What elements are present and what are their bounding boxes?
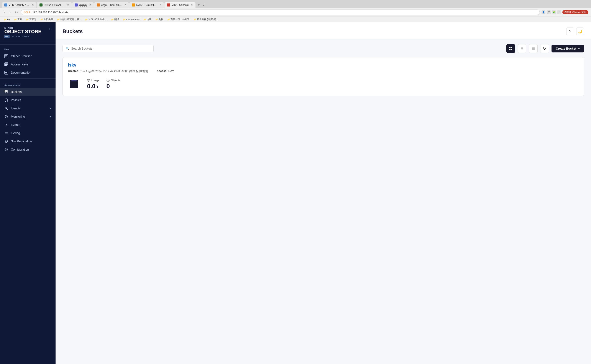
- sidebar-item-buckets[interactable]: Buckets: [0, 88, 55, 96]
- bucket-icon: [68, 78, 80, 91]
- forward-button[interactable]: ›: [8, 10, 12, 15]
- admin-section-label: Administrator: [0, 80, 55, 88]
- create-bucket-button[interactable]: Create Bucket +: [551, 45, 584, 52]
- header-actions: ? 🌙: [566, 27, 584, 35]
- main-header: Buckets ? 🌙: [55, 22, 591, 39]
- chrome-update-btn[interactable]: 有新版 Chrome 可用: [562, 10, 588, 14]
- sidebar-item-label: Buckets: [11, 90, 51, 94]
- svg-point-15: [5, 91, 8, 92]
- tab-favicon: [132, 3, 135, 6]
- bucket-created-label: Created:: [68, 69, 79, 73]
- bookmark-shop[interactable]: 📁购物: [154, 17, 165, 21]
- tab-argo[interactable]: Argo Tunnel error | n... ✕: [94, 2, 129, 8]
- tab-close-btn[interactable]: ✕: [67, 3, 69, 6]
- sidebar-logo: MINIO OBJECT STORE AGPL AGPL v3 LICENSE …: [0, 22, 55, 42]
- extension-icon[interactable]: 🧩: [552, 10, 556, 14]
- shield-icon[interactable]: 🛡: [547, 10, 551, 14]
- search-input[interactable]: [71, 47, 150, 50]
- grid-view-button[interactable]: [506, 44, 515, 53]
- dark-mode-button[interactable]: 🌙: [576, 27, 584, 35]
- sidebar-collapse-button[interactable]: ◁: [49, 27, 51, 31]
- bucket-name: lsky: [68, 63, 579, 68]
- bookmark-chiphell[interactable]: 📁首页 - Chiphell -...: [84, 17, 108, 21]
- bucket-usage-stat: Usage 0.0B: [87, 79, 100, 90]
- svg-rect-26: [511, 47, 512, 48]
- back-button[interactable]: ‹: [3, 10, 6, 15]
- bucket-access-value: R/W: [168, 69, 174, 73]
- bookmark-translate[interactable]: 📁翻译: [110, 17, 121, 21]
- svg-point-43: [107, 80, 108, 81]
- sidebar-item-monitoring[interactable]: Monitoring ▾: [0, 112, 55, 121]
- sort-button[interactable]: [518, 44, 526, 53]
- tab-label: VPN Security and Alt...: [9, 3, 30, 6]
- profile-icon[interactable]: 👤: [542, 10, 545, 14]
- svg-rect-8: [5, 64, 8, 65]
- help-button[interactable]: ?: [566, 27, 574, 35]
- bookmark-pt[interactable]: 📁PT: [3, 18, 12, 21]
- new-tab-button[interactable]: +: [196, 3, 202, 7]
- sidebar-item-identity[interactable]: Identity ▾: [0, 104, 55, 112]
- bookmark-baijiahao[interactable]: 📁百家号: [25, 17, 38, 21]
- svg-point-18: [6, 116, 7, 117]
- tab-close-btn[interactable]: ✕: [32, 3, 34, 6]
- object-browser-icon: [4, 54, 8, 58]
- bookmark-storage[interactable]: 📁安全储存您的数据...: [192, 17, 219, 21]
- tab-nass[interactable]: NASS - Cloudflare O... ✕: [129, 2, 164, 8]
- tab-minio-github[interactable]: minio/minio: AI数据... ✕: [37, 2, 72, 8]
- bookmark-baidu[interactable]: 📁百度一下，你知道: [166, 17, 191, 21]
- reload-button[interactable]: ↻: [14, 10, 19, 15]
- svg-point-24: [6, 149, 7, 150]
- sidebar-item-policies[interactable]: Policies: [0, 96, 55, 104]
- sidebar-item-events[interactable]: λ Events: [0, 121, 55, 129]
- tab-close-btn[interactable]: ✕: [89, 3, 91, 6]
- usage-unit: B: [95, 85, 98, 89]
- logo-title: OBJECT STORE: [4, 29, 41, 34]
- tab-qqqq[interactable]: QQQQ ✕: [72, 2, 94, 8]
- buckets-icon: [4, 90, 8, 94]
- bookmark-toutiao[interactable]: 📁今日头条: [39, 17, 54, 21]
- bucket-access-label: Access:: [157, 69, 168, 73]
- bucket-card[interactable]: lsky Created: Tue Aug 06 2024 15:14:42 G…: [62, 57, 584, 96]
- bucket-objects-value: 0: [107, 83, 121, 90]
- app-container: MINIO OBJECT STORE AGPL AGPL v3 LICENSE …: [0, 22, 591, 364]
- sidebar-item-label: Object Browser: [11, 54, 51, 58]
- bookmark-forum[interactable]: 📁论坛: [142, 17, 153, 21]
- tab-close-btn[interactable]: ✕: [124, 3, 126, 6]
- more-icon[interactable]: ⋮: [557, 10, 561, 14]
- tab-close-btn[interactable]: ✕: [191, 3, 193, 6]
- configuration-icon: [4, 148, 8, 151]
- main-body: 🔍 ↻ Create Bucket +: [55, 39, 591, 364]
- svg-rect-4: [5, 56, 7, 56]
- svg-rect-9: [5, 65, 7, 66]
- svg-rect-19: [5, 132, 8, 133]
- create-bucket-label: Create Bucket: [556, 47, 576, 50]
- svg-rect-7: [5, 64, 8, 64]
- monitoring-icon: [4, 115, 8, 118]
- sidebar-item-object-browser[interactable]: Object Browser: [0, 52, 55, 60]
- bookmark-tools[interactable]: 📁工具: [13, 17, 23, 21]
- sidebar-item-site-replication[interactable]: Site Replication: [0, 137, 55, 145]
- sidebar-item-documentation[interactable]: Documentation: [0, 68, 55, 77]
- sidebar-item-label: Access Keys: [11, 63, 51, 66]
- list-view-button[interactable]: [529, 44, 538, 53]
- address-input[interactable]: 不安全 192.168.200.110:9001/buckets: [21, 10, 540, 15]
- sidebar-item-access-keys[interactable]: Access Keys: [0, 60, 55, 68]
- sidebar-item-label: Events: [11, 123, 51, 127]
- user-section-label: User: [0, 45, 55, 52]
- identity-icon: [4, 106, 8, 110]
- tab-label: MinIO Console: [171, 3, 188, 6]
- tab-minio-console[interactable]: MinIO Console ✕: [164, 2, 195, 8]
- tab-vpn[interactable]: VPN Security and Alt... ✕: [2, 2, 36, 8]
- svg-point-16: [6, 107, 7, 109]
- bookmark-cloudinstall[interactable]: 📁Cloud Install: [122, 18, 141, 21]
- monitoring-arrow-icon: ▾: [50, 115, 51, 118]
- sidebar-item-label: Identity: [11, 107, 47, 110]
- tab-favicon: [97, 3, 100, 6]
- sidebar-item-configuration[interactable]: Configuration: [0, 145, 55, 154]
- bookmark-zhihu[interactable]: 📁知乎 - 有问题，就...: [56, 17, 82, 21]
- tab-more-button[interactable]: ›: [202, 3, 205, 7]
- tab-close-btn[interactable]: ✕: [160, 3, 161, 6]
- sidebar-item-tiering[interactable]: Tiering: [0, 129, 55, 137]
- refresh-button[interactable]: ↻: [540, 44, 549, 53]
- search-box[interactable]: 🔍: [62, 45, 154, 52]
